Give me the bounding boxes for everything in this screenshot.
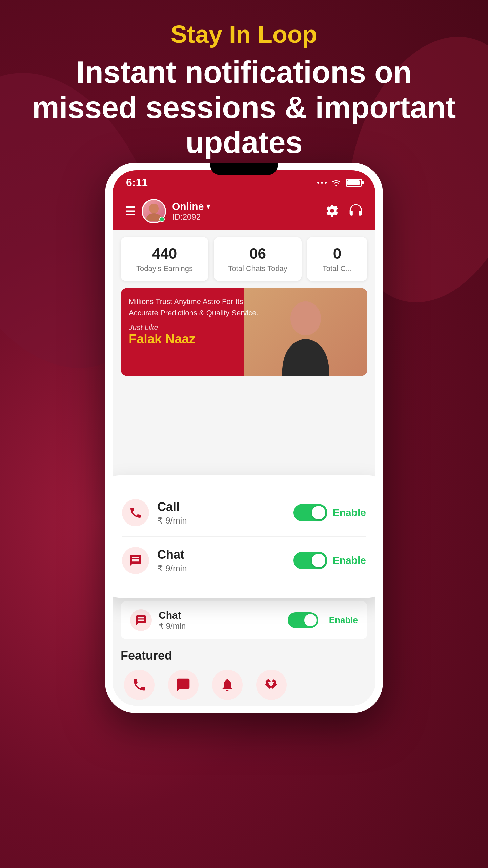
call-icon	[129, 506, 142, 519]
call-toggle-area: Enable	[293, 504, 366, 521]
featured-handshake-icon	[264, 677, 279, 692]
user-info: Online ▾ ID:2092	[172, 201, 319, 222]
total-label: Total C...	[317, 264, 358, 273]
user-id: ID:2092	[172, 212, 319, 222]
earnings-label: Today's Earnings	[130, 264, 199, 273]
chat-toggle-knob	[312, 554, 325, 567]
total-number: 0	[317, 245, 358, 262]
phone-outer: 6:11	[105, 163, 383, 713]
call-icon-wrap	[122, 499, 149, 526]
app-header: ☰ Online ▾ ID:2092	[113, 192, 375, 230]
service-chat: Chat ₹ 9/min Enable	[122, 537, 366, 584]
header-section: Stay In Loop Instant notifications on mi…	[0, 20, 488, 160]
online-indicator	[159, 217, 165, 222]
banner-person-illustration	[272, 288, 340, 376]
service-row-chat-small: Chat ₹ 9/min Enable	[121, 601, 367, 639]
stat-card-total: 0 Total C...	[307, 237, 367, 281]
chat-toggle-area: Enable	[293, 552, 366, 569]
chat-price: ₹ 9/min	[157, 563, 285, 574]
stats-row: 440 Today's Earnings 06 Total Chats Toda…	[113, 230, 375, 281]
menu-icon[interactable]: ☰	[125, 205, 136, 217]
svg-point-3	[291, 301, 320, 332]
banner-person-name: Falak Naaz	[129, 332, 264, 347]
chat-toggle[interactable]	[293, 552, 327, 569]
featured-icons-row	[121, 670, 367, 700]
featured-notification-icon-bg	[212, 670, 243, 700]
call-details: Call ₹ 9/min	[157, 500, 285, 526]
featured-item-handshake[interactable]	[256, 670, 287, 700]
chat-icon-wrap	[122, 547, 149, 574]
featured-handshake-icon-bg	[256, 670, 287, 700]
chat-name: Chat	[157, 548, 285, 562]
chat-toggle-label: Enable	[333, 555, 366, 566]
svg-point-0	[149, 204, 159, 213]
banner-text: Millions Trust Anytime Astro For Its Acc…	[129, 296, 264, 347]
signal-icon	[317, 182, 327, 184]
chat-toggle-knob-small	[304, 614, 317, 626]
phone-screen: 6:11	[113, 170, 375, 706]
chat-name-small: Chat	[159, 610, 281, 621]
call-toggle-label: Enable	[333, 507, 366, 518]
chat-details-small: Chat ₹ 9/min	[159, 610, 281, 631]
phone-mockup: 6:11	[105, 163, 383, 713]
service-call: Call ₹ 9/min Enable	[122, 489, 366, 537]
chat-icon	[129, 554, 142, 567]
stat-card-chats: 06 Total Chats Today	[214, 237, 302, 281]
earnings-number: 440	[130, 245, 199, 262]
chat-details: Chat ₹ 9/min	[157, 548, 285, 574]
call-price: ₹ 9/min	[157, 515, 285, 526]
featured-item-chat[interactable]	[168, 670, 199, 700]
chat-toggle-small[interactable]	[288, 612, 318, 628]
featured-call-icon-bg	[124, 670, 155, 700]
chat-icon-small-wrap	[130, 609, 152, 631]
banner-description: Millions Trust Anytime Astro For Its Acc…	[129, 296, 264, 318]
featured-section: Featured	[121, 643, 367, 700]
stat-card-earnings: 440 Today's Earnings	[121, 237, 208, 281]
call-name: Call	[157, 500, 285, 514]
featured-item-call[interactable]	[124, 670, 155, 700]
services-overlay-card: Call ₹ 9/min Enable	[113, 475, 375, 598]
status-icons	[317, 179, 362, 187]
chats-label: Total Chats Today	[223, 264, 292, 273]
featured-chat-icon-bg	[168, 670, 199, 700]
banner-just-like: Just Like	[129, 323, 264, 332]
featured-notification-icon	[220, 677, 235, 692]
chat-toggle-label-small: Enable	[329, 615, 358, 626]
chats-number: 06	[223, 245, 292, 262]
support-icon[interactable]	[348, 204, 363, 219]
status-time: 6:11	[126, 176, 148, 189]
avatar-container	[142, 199, 166, 223]
featured-chat-icon	[176, 677, 191, 692]
featured-call-icon	[132, 677, 147, 692]
chat-icon-small	[135, 614, 147, 626]
header-actions	[325, 204, 363, 219]
headline: Instant notifications on missed sessions…	[27, 55, 461, 160]
battery-icon	[346, 179, 362, 187]
wifi-icon	[331, 179, 342, 187]
call-toggle[interactable]	[293, 504, 327, 521]
phone-notch	[210, 163, 278, 175]
featured-title: Featured	[121, 649, 367, 663]
tagline: Stay In Loop	[27, 20, 461, 48]
dropdown-arrow[interactable]: ▾	[206, 202, 210, 211]
promo-banner: Millions Trust Anytime Astro For Its Acc…	[121, 288, 367, 376]
user-status: Online ▾	[172, 201, 319, 212]
call-toggle-knob	[312, 506, 325, 519]
settings-icon[interactable]	[325, 204, 339, 217]
chat-price-small: ₹ 9/min	[159, 621, 281, 631]
featured-item-notification[interactable]	[212, 670, 243, 700]
